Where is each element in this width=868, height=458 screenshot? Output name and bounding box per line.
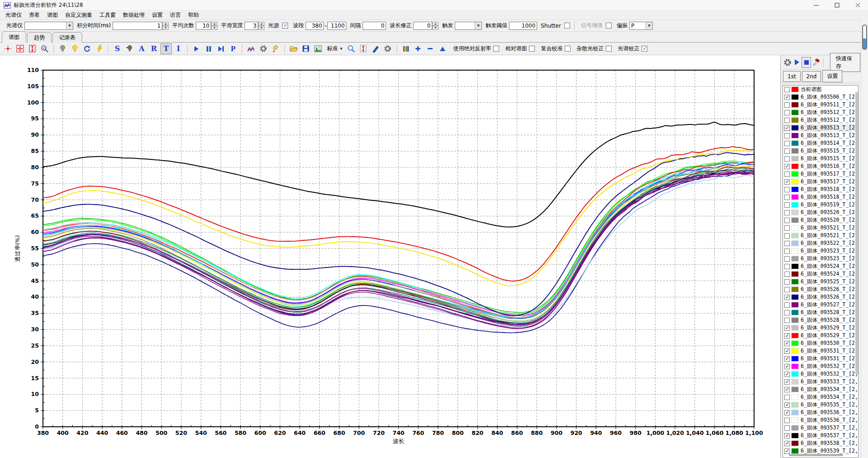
legend-item[interactable]: 6_固体_093520_T_[2,16] (783, 209, 858, 216)
play-icon[interactable] (191, 43, 202, 54)
absorbance-mode-button[interactable]: A (136, 43, 147, 54)
reflectance-mode-button[interactable]: R (148, 43, 160, 54)
legend-item[interactable]: 6_固体_093531_T_[2,34] (783, 347, 858, 355)
trigger-select[interactable]: ▼ (455, 22, 482, 30)
legend-item-checkbox[interactable] (784, 125, 790, 131)
smooth-width-spinner[interactable]: ▲▼ (258, 22, 264, 30)
legend-item-checkbox[interactable] (784, 318, 790, 323)
step-forward-icon[interactable] (215, 43, 226, 54)
standard-dropdown-button[interactable]: 标准▼ (324, 44, 345, 53)
lamp-off-icon[interactable] (57, 43, 68, 54)
window-scrollbar[interactable] (861, 18, 868, 458)
legend-item-checkbox[interactable] (784, 202, 790, 208)
legend-item-checkbox[interactable] (784, 379, 790, 385)
legend-item[interactable]: 6_固体_093534_T_[2,40] (783, 393, 858, 401)
legend-item-checkbox[interactable] (784, 118, 790, 123)
legend-item-checkbox[interactable] (784, 325, 790, 331)
spin-up-icon[interactable]: ▲ (162, 22, 169, 26)
legend-item[interactable]: 6_固体_093519_T_[2,15] (783, 201, 858, 209)
legend-item[interactable]: 6_固体_093517_T_[2,12] (783, 178, 858, 186)
legend-item-checkbox[interactable] (784, 364, 790, 369)
legend-item-checkbox[interactable] (784, 172, 790, 177)
legend-item[interactable]: 6_固体_093512_T_[2,4] (783, 116, 858, 124)
close-button[interactable] (847, 0, 868, 10)
trigger-threshold-input[interactable]: 1000 (509, 22, 537, 30)
intensity-mode-button[interactable]: I (173, 43, 184, 54)
zoom-out-icon[interactable] (425, 43, 436, 54)
zoom-crosshair-icon[interactable] (2, 43, 14, 54)
legend-item[interactable]: 6_固体_093536_T_[2,42] (783, 409, 858, 416)
panel-play-icon[interactable] (793, 57, 802, 68)
legend-item[interactable]: 6_固体_093530_T_[2,33] (783, 339, 858, 347)
dark-reference-icon[interactable] (124, 43, 135, 54)
menu-item[interactable]: 谱图 (43, 10, 61, 20)
average-count-spinner[interactable]: ▲▼ (211, 22, 217, 30)
legend-item[interactable]: 6_固体_093513_T_[2,5] (783, 124, 858, 132)
legend-item[interactable]: 6_固体_093525_T_[2,25] (783, 278, 858, 286)
save-icon[interactable] (300, 43, 311, 54)
legend-item-checkbox[interactable] (784, 95, 790, 100)
settings-gear-icon[interactable] (258, 43, 269, 54)
legend-item-checkbox[interactable] (784, 110, 790, 115)
legend-item[interactable]: 6_固体_093528_T_[2,30] (783, 316, 858, 324)
legend-item-checkbox[interactable] (784, 264, 790, 269)
menu-item[interactable]: 设置 (148, 10, 166, 20)
view-tab[interactable]: 谱图 (2, 31, 26, 43)
legend-item[interactable]: 6_固体_093529_T_[2,32] (783, 332, 858, 339)
panel-tab[interactable]: 设置 (822, 70, 842, 82)
legend-item[interactable]: 6_固体_093532_T_[2,37] (783, 370, 858, 378)
light-source-checkbox[interactable] (282, 23, 288, 29)
interval-input[interactable]: 0 (363, 22, 386, 30)
legend-item-checkbox[interactable] (784, 210, 790, 215)
integration-time-input[interactable]: 1 (113, 22, 162, 30)
legend-item-checkbox[interactable] (784, 302, 790, 308)
legend-item-checkbox[interactable] (784, 395, 790, 400)
config-gear-icon[interactable] (382, 43, 393, 54)
color-bars-icon[interactable] (400, 43, 411, 54)
legend-item-checkbox[interactable] (784, 441, 790, 446)
toolbar-checkbox[interactable] (565, 46, 571, 52)
panel-stop-icon[interactable] (802, 57, 811, 68)
legend-item-checkbox[interactable] (784, 233, 790, 239)
legend-item[interactable]: 6_固体_093532_T_[2,36] (783, 363, 858, 370)
fit-all-icon[interactable] (14, 43, 26, 54)
legend-item[interactable]: 6_固体_093522_T_[2,20] (783, 239, 858, 247)
legend-item[interactable]: 6_固体_093506_T_[2,1] (783, 93, 858, 101)
marker-pen-icon[interactable] (370, 43, 381, 54)
toolbar-checkbox[interactable] (493, 46, 499, 52)
quick-save-button[interactable]: 快速保存 (830, 53, 860, 72)
scope-mode-button[interactable]: S (112, 43, 123, 54)
legend-item-checkbox[interactable] (784, 372, 790, 377)
legend-item[interactable]: 6_固体_093512_T_[2,3] (783, 109, 858, 116)
menu-item[interactable]: 数据处理 (119, 10, 148, 20)
legend-item[interactable]: 6_固体_093538_T_[2,46] (783, 439, 858, 447)
band-max-input[interactable]: 1100 (327, 22, 346, 30)
lightning-icon[interactable] (94, 43, 105, 54)
image-export-icon[interactable] (312, 43, 324, 54)
toolbar-checkbox[interactable] (606, 46, 612, 52)
legend-item-checkbox[interactable] (784, 179, 790, 185)
average-count-input[interactable]: 10 (196, 22, 211, 30)
legend-item-checkbox[interactable] (784, 248, 790, 254)
panel-brush-icon[interactable] (811, 57, 821, 68)
toolbar-checkbox[interactable] (529, 46, 535, 52)
menu-item[interactable]: 自定义测量 (61, 10, 96, 20)
legend-item-checkbox[interactable] (784, 356, 790, 362)
panel-tab[interactable]: 1st (783, 71, 801, 82)
legend-item[interactable]: 6_固体_093515_T_[2,9] (783, 155, 858, 162)
legend-item[interactable]: 6_固体_093523_T_[2,22] (783, 255, 858, 262)
panel-tab[interactable]: 2nd (802, 71, 821, 82)
legend-item[interactable]: 6_固体_093526_T_[2,26] (783, 286, 858, 293)
view-tab[interactable]: 记录表 (52, 32, 82, 43)
legend-item-checkbox[interactable] (784, 241, 790, 246)
signal-boost-checkbox[interactable] (606, 23, 612, 29)
legend-item-checkbox[interactable] (784, 102, 790, 108)
menu-item[interactable]: 工具窗 (96, 10, 119, 20)
legend-item[interactable]: 6_固体_093524_T_[2,24] (783, 270, 858, 278)
legend-item[interactable]: 6_固体_093524_T_[2,23] (783, 262, 858, 270)
legend-item[interactable]: 6_固体_093523_T_[2,21] (783, 247, 858, 255)
legend-item-checkbox[interactable] (784, 187, 790, 192)
erase-icon[interactable] (270, 43, 281, 54)
legend-item[interactable]: 6_固体_093518_T_[2,14] (783, 193, 858, 201)
legend-item[interactable]: 6_固体_093535_T_[2,41] (783, 401, 858, 409)
